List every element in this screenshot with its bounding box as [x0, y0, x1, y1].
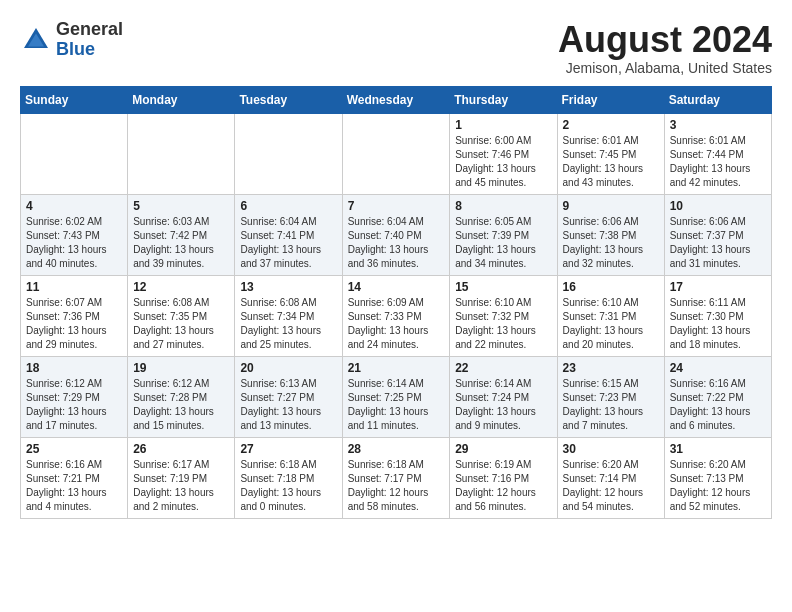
- day-number: 31: [670, 442, 766, 456]
- day-info: Sunrise: 6:11 AMSunset: 7:30 PMDaylight:…: [670, 296, 766, 352]
- calendar-header-row: SundayMondayTuesdayWednesdayThursdayFrid…: [21, 86, 772, 113]
- day-info: Sunrise: 6:10 AMSunset: 7:32 PMDaylight:…: [455, 296, 551, 352]
- calendar-cell: 5Sunrise: 6:03 AMSunset: 7:42 PMDaylight…: [128, 194, 235, 275]
- calendar-cell: 2Sunrise: 6:01 AMSunset: 7:45 PMDaylight…: [557, 113, 664, 194]
- day-info: Sunrise: 6:15 AMSunset: 7:23 PMDaylight:…: [563, 377, 659, 433]
- calendar-cell: 11Sunrise: 6:07 AMSunset: 7:36 PMDayligh…: [21, 275, 128, 356]
- weekday-header: Thursday: [450, 86, 557, 113]
- page-header: General Blue August 2024 Jemison, Alabam…: [20, 20, 772, 76]
- calendar-cell: 29Sunrise: 6:19 AMSunset: 7:16 PMDayligh…: [450, 437, 557, 518]
- title-section: August 2024 Jemison, Alabama, United Sta…: [558, 20, 772, 76]
- calendar-cell: 31Sunrise: 6:20 AMSunset: 7:13 PMDayligh…: [664, 437, 771, 518]
- calendar-week-row: 4Sunrise: 6:02 AMSunset: 7:43 PMDaylight…: [21, 194, 772, 275]
- logo-blue-text: Blue: [56, 39, 95, 59]
- day-number: 17: [670, 280, 766, 294]
- weekday-header: Friday: [557, 86, 664, 113]
- day-info: Sunrise: 6:08 AMSunset: 7:34 PMDaylight:…: [240, 296, 336, 352]
- day-info: Sunrise: 6:18 AMSunset: 7:17 PMDaylight:…: [348, 458, 445, 514]
- day-info: Sunrise: 6:03 AMSunset: 7:42 PMDaylight:…: [133, 215, 229, 271]
- weekday-header: Wednesday: [342, 86, 450, 113]
- day-info: Sunrise: 6:19 AMSunset: 7:16 PMDaylight:…: [455, 458, 551, 514]
- calendar-cell: 17Sunrise: 6:11 AMSunset: 7:30 PMDayligh…: [664, 275, 771, 356]
- calendar-cell: 23Sunrise: 6:15 AMSunset: 7:23 PMDayligh…: [557, 356, 664, 437]
- day-info: Sunrise: 6:20 AMSunset: 7:14 PMDaylight:…: [563, 458, 659, 514]
- day-info: Sunrise: 6:16 AMSunset: 7:21 PMDaylight:…: [26, 458, 122, 514]
- day-number: 7: [348, 199, 445, 213]
- day-number: 12: [133, 280, 229, 294]
- month-year-title: August 2024: [558, 20, 772, 60]
- day-info: Sunrise: 6:17 AMSunset: 7:19 PMDaylight:…: [133, 458, 229, 514]
- calendar-cell: 8Sunrise: 6:05 AMSunset: 7:39 PMDaylight…: [450, 194, 557, 275]
- calendar-cell: 24Sunrise: 6:16 AMSunset: 7:22 PMDayligh…: [664, 356, 771, 437]
- day-info: Sunrise: 6:04 AMSunset: 7:41 PMDaylight:…: [240, 215, 336, 271]
- calendar-table: SundayMondayTuesdayWednesdayThursdayFrid…: [20, 86, 772, 519]
- day-info: Sunrise: 6:06 AMSunset: 7:38 PMDaylight:…: [563, 215, 659, 271]
- location-subtitle: Jemison, Alabama, United States: [558, 60, 772, 76]
- day-number: 29: [455, 442, 551, 456]
- day-number: 18: [26, 361, 122, 375]
- day-number: 16: [563, 280, 659, 294]
- weekday-header: Tuesday: [235, 86, 342, 113]
- calendar-cell: [128, 113, 235, 194]
- day-number: 28: [348, 442, 445, 456]
- day-number: 5: [133, 199, 229, 213]
- calendar-cell: 13Sunrise: 6:08 AMSunset: 7:34 PMDayligh…: [235, 275, 342, 356]
- calendar-cell: 1Sunrise: 6:00 AMSunset: 7:46 PMDaylight…: [450, 113, 557, 194]
- calendar-cell: 18Sunrise: 6:12 AMSunset: 7:29 PMDayligh…: [21, 356, 128, 437]
- day-number: 27: [240, 442, 336, 456]
- day-number: 24: [670, 361, 766, 375]
- day-info: Sunrise: 6:14 AMSunset: 7:24 PMDaylight:…: [455, 377, 551, 433]
- day-number: 15: [455, 280, 551, 294]
- calendar-week-row: 1Sunrise: 6:00 AMSunset: 7:46 PMDaylight…: [21, 113, 772, 194]
- logo-general-text: General: [56, 19, 123, 39]
- calendar-cell: [21, 113, 128, 194]
- day-number: 4: [26, 199, 122, 213]
- logo: General Blue: [20, 20, 123, 60]
- calendar-cell: 4Sunrise: 6:02 AMSunset: 7:43 PMDaylight…: [21, 194, 128, 275]
- day-info: Sunrise: 6:16 AMSunset: 7:22 PMDaylight:…: [670, 377, 766, 433]
- day-number: 3: [670, 118, 766, 132]
- day-info: Sunrise: 6:00 AMSunset: 7:46 PMDaylight:…: [455, 134, 551, 190]
- day-info: Sunrise: 6:01 AMSunset: 7:45 PMDaylight:…: [563, 134, 659, 190]
- calendar-cell: [342, 113, 450, 194]
- day-info: Sunrise: 6:18 AMSunset: 7:18 PMDaylight:…: [240, 458, 336, 514]
- calendar-cell: 9Sunrise: 6:06 AMSunset: 7:38 PMDaylight…: [557, 194, 664, 275]
- day-number: 1: [455, 118, 551, 132]
- day-number: 20: [240, 361, 336, 375]
- calendar-cell: 15Sunrise: 6:10 AMSunset: 7:32 PMDayligh…: [450, 275, 557, 356]
- day-number: 30: [563, 442, 659, 456]
- calendar-cell: 6Sunrise: 6:04 AMSunset: 7:41 PMDaylight…: [235, 194, 342, 275]
- weekday-header: Saturday: [664, 86, 771, 113]
- day-info: Sunrise: 6:12 AMSunset: 7:29 PMDaylight:…: [26, 377, 122, 433]
- day-number: 8: [455, 199, 551, 213]
- day-number: 19: [133, 361, 229, 375]
- calendar-cell: 20Sunrise: 6:13 AMSunset: 7:27 PMDayligh…: [235, 356, 342, 437]
- day-info: Sunrise: 6:04 AMSunset: 7:40 PMDaylight:…: [348, 215, 445, 271]
- calendar-cell: 7Sunrise: 6:04 AMSunset: 7:40 PMDaylight…: [342, 194, 450, 275]
- day-info: Sunrise: 6:02 AMSunset: 7:43 PMDaylight:…: [26, 215, 122, 271]
- calendar-cell: 27Sunrise: 6:18 AMSunset: 7:18 PMDayligh…: [235, 437, 342, 518]
- day-info: Sunrise: 6:09 AMSunset: 7:33 PMDaylight:…: [348, 296, 445, 352]
- calendar-cell: 16Sunrise: 6:10 AMSunset: 7:31 PMDayligh…: [557, 275, 664, 356]
- calendar-week-row: 18Sunrise: 6:12 AMSunset: 7:29 PMDayligh…: [21, 356, 772, 437]
- calendar-week-row: 11Sunrise: 6:07 AMSunset: 7:36 PMDayligh…: [21, 275, 772, 356]
- day-info: Sunrise: 6:07 AMSunset: 7:36 PMDaylight:…: [26, 296, 122, 352]
- calendar-week-row: 25Sunrise: 6:16 AMSunset: 7:21 PMDayligh…: [21, 437, 772, 518]
- day-number: 9: [563, 199, 659, 213]
- calendar-cell: 10Sunrise: 6:06 AMSunset: 7:37 PMDayligh…: [664, 194, 771, 275]
- day-number: 26: [133, 442, 229, 456]
- calendar-cell: [235, 113, 342, 194]
- calendar-cell: 30Sunrise: 6:20 AMSunset: 7:14 PMDayligh…: [557, 437, 664, 518]
- day-info: Sunrise: 6:06 AMSunset: 7:37 PMDaylight:…: [670, 215, 766, 271]
- day-info: Sunrise: 6:14 AMSunset: 7:25 PMDaylight:…: [348, 377, 445, 433]
- calendar-cell: 26Sunrise: 6:17 AMSunset: 7:19 PMDayligh…: [128, 437, 235, 518]
- calendar-cell: 21Sunrise: 6:14 AMSunset: 7:25 PMDayligh…: [342, 356, 450, 437]
- day-number: 23: [563, 361, 659, 375]
- calendar-cell: 25Sunrise: 6:16 AMSunset: 7:21 PMDayligh…: [21, 437, 128, 518]
- day-info: Sunrise: 6:13 AMSunset: 7:27 PMDaylight:…: [240, 377, 336, 433]
- day-number: 13: [240, 280, 336, 294]
- weekday-header: Sunday: [21, 86, 128, 113]
- calendar-cell: 22Sunrise: 6:14 AMSunset: 7:24 PMDayligh…: [450, 356, 557, 437]
- day-info: Sunrise: 6:05 AMSunset: 7:39 PMDaylight:…: [455, 215, 551, 271]
- day-number: 21: [348, 361, 445, 375]
